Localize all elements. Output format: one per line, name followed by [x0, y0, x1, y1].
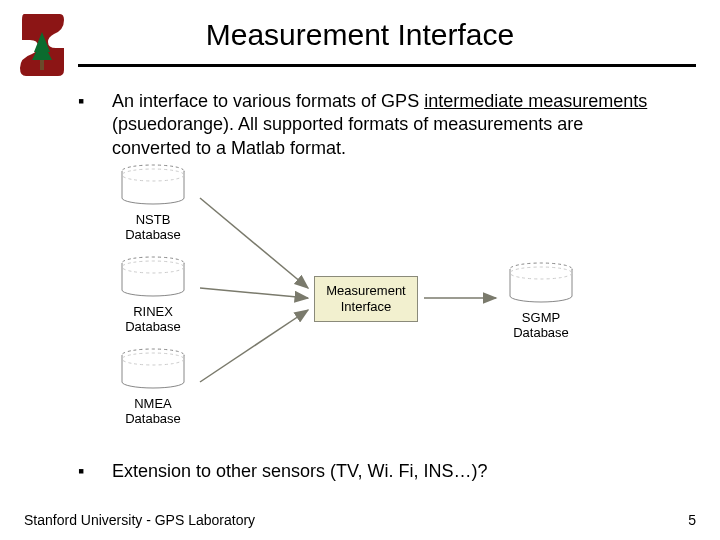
bullet-2-text: Extension to other sensors (TV, Wi. Fi, … — [112, 460, 660, 483]
bullet-1-text: An interface to various formats of GPS i… — [112, 90, 660, 160]
svg-line-2 — [200, 288, 308, 298]
db-nmea: NMEA Database — [98, 348, 208, 426]
bullet-marker: ▪ — [78, 90, 112, 160]
svg-line-3 — [200, 310, 308, 382]
svg-line-1 — [200, 198, 308, 288]
bullet-list-2: ▪ Extension to other sensors (TV, Wi. Fi… — [78, 460, 660, 489]
db-nstb: NSTB Database — [98, 164, 208, 242]
footer-text: Stanford University - GPS Laboratory — [24, 512, 255, 528]
db-sgmp: SGMP Database — [486, 262, 596, 340]
page-number: 5 — [688, 512, 696, 528]
slide-title: Measurement Interface — [0, 18, 720, 52]
bullet-marker: ▪ — [78, 460, 112, 483]
db-rinex: RINEX Database — [98, 256, 208, 334]
title-rule — [78, 64, 696, 67]
bullet-list: ▪ An interface to various formats of GPS… — [78, 90, 660, 166]
diagram: NSTB Database RINEX Database NMEA Databa… — [108, 170, 578, 440]
bullet-2: ▪ Extension to other sensors (TV, Wi. Fi… — [78, 460, 660, 483]
bullet-1: ▪ An interface to various formats of GPS… — [78, 90, 660, 160]
measurement-interface-box: Measurement Interface — [314, 276, 418, 322]
